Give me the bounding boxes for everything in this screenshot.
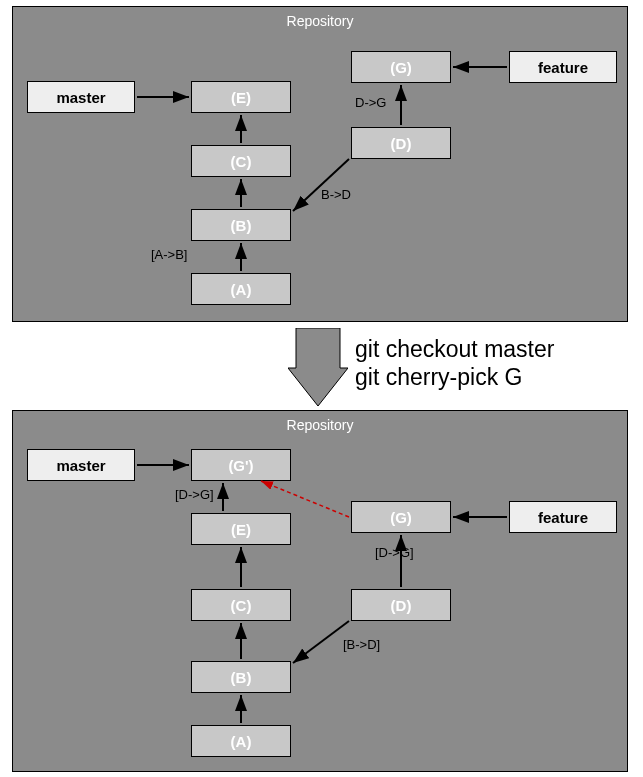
edge-label-DGp: [D->G] — [175, 487, 214, 502]
commit-E: (E) — [191, 513, 291, 545]
commit-G: (G) — [351, 501, 451, 533]
branch-feature: feature — [509, 501, 617, 533]
commit-G: (G) — [351, 51, 451, 83]
svg-line-15 — [261, 481, 349, 517]
commit-D: (D) — [351, 589, 451, 621]
svg-line-14 — [293, 621, 349, 663]
commit-C: (C) — [191, 145, 291, 177]
commit-A: (A) — [191, 725, 291, 757]
commit-A: (A) — [191, 273, 291, 305]
repository-before: Repository master feature (E) (C) (B) (A… — [12, 6, 628, 322]
commit-C: (C) — [191, 589, 291, 621]
edge-label-BD: B->D — [321, 187, 351, 202]
edge-label-DG: [D->G] — [375, 545, 414, 560]
commit-D: (D) — [351, 127, 451, 159]
repository-after: Repository master feature (G') (E) (C) (… — [12, 410, 628, 772]
svg-line-6 — [293, 159, 349, 211]
commit-Gprime: (G') — [191, 449, 291, 481]
branch-master: master — [27, 81, 135, 113]
cmd-line-2: git cherry-pick G — [355, 364, 554, 392]
commit-B: (B) — [191, 661, 291, 693]
edge-label-AB: [A->B] — [151, 247, 188, 262]
transition-arrow-icon — [288, 328, 348, 406]
repo-title: Repository — [13, 417, 627, 433]
repo-title: Repository — [13, 13, 627, 29]
edge-label-DG: D->G — [355, 95, 386, 110]
branch-feature: feature — [509, 51, 617, 83]
cmd-line-1: git checkout master — [355, 336, 554, 364]
commit-E: (E) — [191, 81, 291, 113]
git-commands: git checkout master git cherry-pick G — [355, 336, 554, 391]
commit-B: (B) — [191, 209, 291, 241]
edge-label-BD: [B->D] — [343, 637, 380, 652]
branch-master: master — [27, 449, 135, 481]
